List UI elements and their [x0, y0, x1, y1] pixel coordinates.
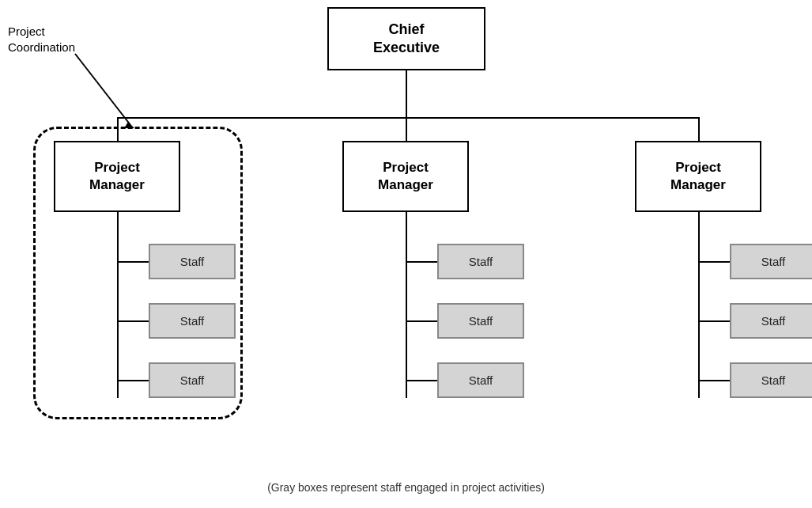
hconn-c2	[406, 320, 437, 322]
pm-right-label: ProjectManager	[670, 159, 726, 194]
line-v-right	[698, 117, 700, 141]
staff-right-1: Staff	[730, 244, 812, 279]
caption-text: (Gray boxes represent staff engaged in p…	[267, 481, 545, 494]
line-h-main	[117, 117, 698, 119]
staff-center-1: Staff	[437, 244, 524, 279]
staff-right-3: Staff	[730, 362, 812, 398]
staff-center-3-label: Staff	[469, 373, 493, 387]
hconn-r3	[698, 380, 730, 381]
project-coordination-outline	[33, 127, 243, 419]
staff-center-2: Staff	[437, 303, 524, 339]
coordination-label-container: ProjectCoordination	[8, 24, 75, 55]
chief-executive-label: ChiefExecutive	[373, 21, 440, 58]
caption: (Gray boxes represent staff engaged in p…	[0, 481, 812, 494]
line-chief-down	[406, 70, 407, 118]
coordination-label: ProjectCoordination	[8, 24, 75, 55]
staff-right-1-label: Staff	[761, 255, 786, 268]
staff-center-1-label: Staff	[469, 255, 493, 268]
line-pm-down-center	[406, 212, 407, 244]
coordination-arrow-line	[75, 54, 130, 125]
hconn-r2	[698, 320, 730, 322]
line-pm-down-right	[698, 212, 700, 244]
chief-executive-box: ChiefExecutive	[327, 7, 485, 70]
staff-right-3-label: Staff	[761, 373, 786, 387]
line-v-center	[406, 117, 407, 141]
hconn-c3	[406, 380, 437, 381]
project-manager-right: ProjectManager	[635, 141, 761, 212]
staff-center-3: Staff	[437, 362, 524, 398]
project-manager-center: ProjectManager	[342, 141, 469, 212]
staff-center-2-label: Staff	[469, 314, 493, 328]
hconn-c1	[406, 261, 437, 263]
staff-right-2-label: Staff	[761, 314, 786, 328]
hconn-r1	[698, 261, 730, 263]
chart-container: ChiefExecutive ProjectManager ProjectMan…	[0, 0, 812, 508]
staff-right-2: Staff	[730, 303, 812, 339]
pm-center-label: ProjectManager	[378, 159, 433, 194]
